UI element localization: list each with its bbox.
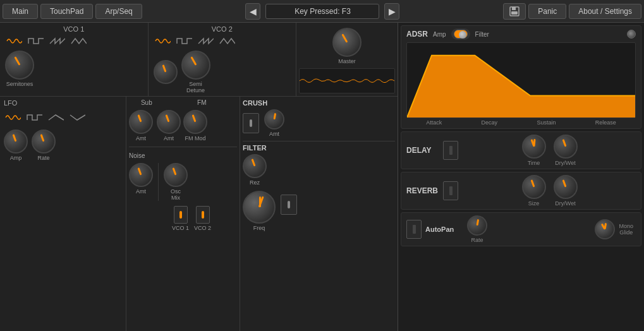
fm-amt-label: Amt bbox=[164, 135, 174, 141]
vco2-detune-label: Semi Detune bbox=[186, 81, 205, 93]
adsr-attack-label: Attack bbox=[426, 119, 442, 126]
filter-rez-label: Rez bbox=[250, 179, 260, 186]
vco2-toggle[interactable] bbox=[196, 206, 210, 224]
vco1-knob-row: Semitones bbox=[5, 51, 143, 87]
vco1-square-wave[interactable] bbox=[27, 35, 44, 47]
lfo-section: LFO bbox=[0, 97, 126, 331]
adsr-decay-label: Decay bbox=[482, 119, 498, 126]
vco2-detune-knob[interactable] bbox=[181, 51, 210, 80]
fm-mod-label: FM Mod bbox=[185, 135, 205, 141]
delay-section: DELAY Time Dry/Wet bbox=[401, 131, 641, 169]
adsr-filter-label: Filter bbox=[475, 31, 489, 38]
autopan-row: AutoPan Rate Mono Glide bbox=[401, 212, 641, 246]
crush-toggle[interactable] bbox=[243, 113, 259, 133]
vco2-sine-wave[interactable] bbox=[154, 35, 171, 47]
reverb-led bbox=[449, 186, 453, 195]
delay-toggle[interactable] bbox=[443, 141, 458, 160]
main-button[interactable]: Main bbox=[3, 4, 38, 19]
svg-rect-1 bbox=[512, 7, 516, 10]
arp-seq-button[interactable]: Arp/Seq bbox=[95, 4, 142, 19]
adsr-release-label: Release bbox=[595, 119, 616, 126]
next-key-button[interactable]: ▶ bbox=[384, 3, 399, 20]
vco2-square-wave[interactable] bbox=[175, 35, 193, 47]
delay-drywet-knob[interactable] bbox=[554, 135, 578, 159]
noise-amt-wrap: Amt bbox=[129, 163, 153, 195]
filter-freq-knob[interactable] bbox=[243, 191, 276, 224]
adsr-labels: Attack Decay Sustain Release bbox=[406, 119, 636, 126]
delay-drywet-label: Dry/Wet bbox=[555, 160, 575, 166]
vco1-tri-wave[interactable] bbox=[70, 35, 87, 47]
sub-fm-noise-section: Sub FM Amt Amt FM bbox=[126, 97, 240, 331]
reverb-knobs: Size Dry/Wet bbox=[463, 175, 636, 207]
autopan-rate-wrap: Rate bbox=[467, 215, 487, 243]
autopan-rate-label: Rate bbox=[471, 237, 483, 243]
noise-amt-knob[interactable] bbox=[129, 163, 153, 187]
main-content: VCO 1 bbox=[0, 23, 644, 331]
adsr-header: ADSR Amp Filter bbox=[406, 28, 636, 40]
lfo-title: LFO bbox=[4, 99, 122, 107]
osc-mix-knob[interactable] bbox=[164, 163, 188, 187]
vco2-wave-row bbox=[154, 35, 291, 47]
reverb-size-knob[interactable] bbox=[522, 175, 546, 199]
autopan-rate-knob[interactable] bbox=[467, 215, 487, 236]
fm-amt-knob[interactable] bbox=[157, 110, 181, 134]
vco2-saw-wave[interactable] bbox=[197, 35, 214, 47]
lfo-wave-row bbox=[4, 112, 122, 123]
reverb-size-label: Size bbox=[528, 200, 540, 207]
vco1-saw-wave[interactable] bbox=[48, 35, 66, 47]
vco1-toggle[interactable] bbox=[174, 206, 188, 224]
delay-led bbox=[449, 146, 453, 155]
crush-amt-knob[interactable] bbox=[264, 109, 284, 129]
master-wrap: Master bbox=[332, 28, 361, 64]
lfo-rate-knob[interactable] bbox=[32, 129, 56, 153]
top-bar: Main TouchPad Arp/Seq ◀ Key Pressed: F3 … bbox=[0, 0, 644, 23]
vco1-sine-wave[interactable] bbox=[5, 35, 23, 47]
master-knob[interactable] bbox=[332, 28, 361, 57]
noise-amt-label: Amt bbox=[136, 188, 146, 195]
prev-key-button[interactable]: ◀ bbox=[245, 3, 260, 20]
reverb-section: REVERB Size Dry/Wet bbox=[401, 172, 641, 210]
crush-amt-label: Amt bbox=[269, 131, 279, 137]
panic-button[interactable]: Panic bbox=[528, 4, 566, 19]
lfo-tri-down-wave[interactable] bbox=[68, 112, 86, 123]
lfo-square-wave[interactable] bbox=[25, 112, 43, 123]
save-button[interactable] bbox=[503, 3, 526, 20]
noise-title: Noise bbox=[129, 152, 145, 159]
delay-knobs: Time Dry/Wet bbox=[463, 135, 636, 166]
lfo-tri-up-wave[interactable] bbox=[47, 112, 64, 123]
lfo-knobs-row: Amp Rate bbox=[4, 129, 122, 161]
lfo-amp-label: Amp bbox=[10, 155, 22, 161]
vco1-semitones-wrap: Semitones bbox=[5, 51, 34, 87]
delay-time-knob[interactable] bbox=[522, 135, 546, 159]
mono-glide-section: Mono Glide bbox=[595, 219, 636, 239]
filter-rez-wrap: Rez bbox=[243, 154, 267, 186]
delay-time-wrap: Time bbox=[522, 135, 546, 166]
fm-mod-knob[interactable] bbox=[183, 110, 207, 134]
vco1-semitones-knob[interactable] bbox=[5, 51, 34, 80]
filter-rez-knob[interactable] bbox=[243, 154, 267, 178]
fm-mod-wrap: FM Mod bbox=[183, 110, 207, 141]
fm-title: FM bbox=[167, 99, 237, 106]
reverb-drywet-knob[interactable] bbox=[554, 175, 578, 199]
master-knob-row: Master bbox=[332, 28, 361, 64]
vco2-section: VCO 2 bbox=[149, 23, 297, 96]
lfo-sine-wave[interactable] bbox=[4, 112, 21, 123]
adsr-title: ADSR bbox=[406, 30, 428, 39]
filter-freq-label: Freq bbox=[253, 225, 265, 231]
mono-glide-knob[interactable] bbox=[595, 219, 615, 239]
filter-title: FILTER bbox=[243, 144, 395, 152]
filter-toggle[interactable] bbox=[281, 195, 297, 215]
reverb-toggle[interactable] bbox=[443, 181, 458, 200]
about-settings-button[interactable]: About / Settings bbox=[569, 4, 641, 19]
vco2-tri-wave[interactable] bbox=[218, 35, 236, 47]
sub-amt-knob[interactable] bbox=[129, 110, 153, 134]
adsr-toggle-switch[interactable] bbox=[451, 28, 470, 40]
save-icon bbox=[509, 6, 520, 17]
waveform-display bbox=[299, 68, 395, 93]
reverb-drywet-label: Dry/Wet bbox=[555, 200, 575, 207]
vco2-semitones-knob[interactable] bbox=[154, 60, 178, 84]
touchpad-button[interactable]: TouchPad bbox=[40, 4, 93, 19]
reverb-title: REVERB bbox=[406, 186, 438, 195]
lfo-amp-knob[interactable] bbox=[4, 129, 28, 153]
autopan-toggle[interactable] bbox=[406, 220, 422, 239]
